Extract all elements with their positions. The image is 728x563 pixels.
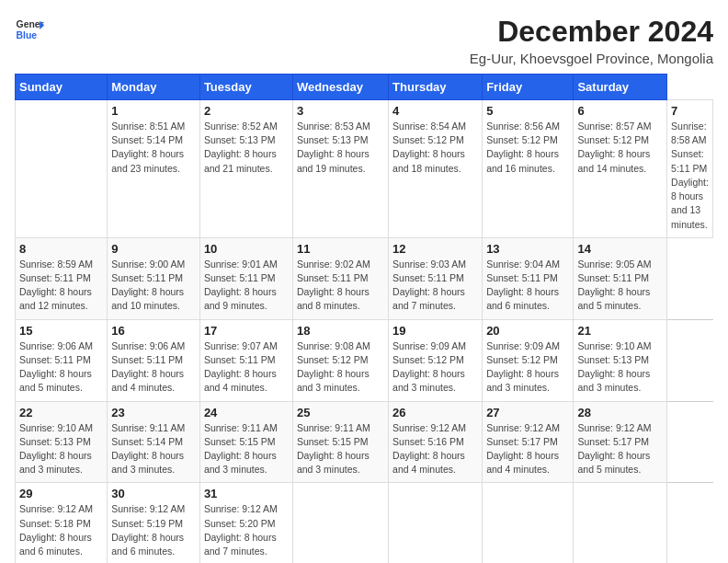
calendar-cell: 10Sunrise: 9:01 AMSunset: 5:11 PMDayligh… (199, 237, 292, 319)
day-number: 9 (111, 242, 196, 256)
day-number: 20 (486, 324, 569, 338)
calendar-cell: 4Sunrise: 8:54 AMSunset: 5:12 PMDaylight… (389, 100, 483, 238)
calendar-cell: 25Sunrise: 9:11 AMSunset: 5:15 PMDayligh… (292, 401, 388, 483)
subtitle: Eg-Uur, Khoevsgoel Province, Mongolia (470, 51, 713, 66)
day-info: Sunrise: 8:52 AMSunset: 5:13 PMDaylight:… (204, 120, 289, 176)
calendar-cell: 20Sunrise: 9:09 AMSunset: 5:12 PMDayligh… (483, 319, 574, 401)
day-info: Sunrise: 9:07 AMSunset: 5:11 PMDaylight:… (204, 339, 289, 396)
day-number: 5 (486, 104, 569, 118)
day-info: Sunrise: 9:04 AMSunset: 5:11 PMDaylight:… (486, 258, 569, 314)
calendar-week-row: 29Sunrise: 9:12 AMSunset: 5:18 PMDayligh… (16, 483, 713, 563)
calendar-week-row: 1Sunrise: 8:51 AMSunset: 5:14 PMDaylight… (16, 100, 713, 238)
day-info: Sunrise: 9:12 AMSunset: 5:17 PMDaylight:… (577, 421, 663, 477)
calendar-cell: 6Sunrise: 8:57 AMSunset: 5:12 PMDaylight… (574, 100, 667, 238)
calendar-cell: 11Sunrise: 9:02 AMSunset: 5:11 PMDayligh… (292, 237, 388, 319)
calendar-cell: 16Sunrise: 9:06 AMSunset: 5:11 PMDayligh… (108, 319, 200, 401)
calendar-cell: 12Sunrise: 9:03 AMSunset: 5:11 PMDayligh… (389, 237, 483, 319)
day-info: Sunrise: 9:11 AMSunset: 5:14 PMDaylight:… (111, 421, 196, 477)
day-number: 18 (297, 324, 384, 338)
calendar-cell: 19Sunrise: 9:09 AMSunset: 5:12 PMDayligh… (389, 319, 483, 401)
day-info: Sunrise: 9:09 AMSunset: 5:12 PMDaylight:… (486, 339, 569, 396)
calendar-cell: 24Sunrise: 9:11 AMSunset: 5:15 PMDayligh… (199, 401, 292, 483)
day-info: Sunrise: 8:58 AMSunset: 5:11 PMDaylight:… (671, 120, 709, 232)
day-info: Sunrise: 9:08 AMSunset: 5:12 PMDaylight:… (297, 339, 384, 396)
day-info: Sunrise: 9:12 AMSunset: 5:18 PMDaylight:… (19, 502, 103, 558)
day-number: 11 (297, 242, 384, 256)
day-number: 10 (204, 242, 289, 256)
header-monday: Monday (108, 75, 200, 100)
calendar-cell: 7Sunrise: 8:58 AMSunset: 5:11 PMDaylight… (667, 100, 713, 238)
day-info: Sunrise: 9:06 AMSunset: 5:11 PMDaylight:… (19, 339, 103, 396)
header: General Blue December 2024 Eg-Uur, Khoev… (15, 15, 713, 66)
day-info: Sunrise: 9:10 AMSunset: 5:13 PMDaylight:… (19, 421, 103, 477)
title-area: December 2024 Eg-Uur, Khoevsgoel Provinc… (470, 15, 713, 66)
day-number: 6 (577, 104, 663, 118)
day-number: 23 (111, 406, 196, 419)
day-number: 19 (392, 324, 478, 338)
calendar-cell: 23Sunrise: 9:11 AMSunset: 5:14 PMDayligh… (108, 401, 200, 483)
day-number: 2 (204, 104, 289, 118)
calendar-cell: 18Sunrise: 9:08 AMSunset: 5:12 PMDayligh… (292, 319, 388, 401)
calendar-cell: 28Sunrise: 9:12 AMSunset: 5:17 PMDayligh… (574, 401, 667, 483)
day-info: Sunrise: 9:06 AMSunset: 5:11 PMDaylight:… (111, 339, 196, 396)
calendar-cell (574, 483, 667, 563)
logo: General Blue (15, 15, 44, 44)
calendar-cell: 1Sunrise: 8:51 AMSunset: 5:14 PMDaylight… (108, 100, 200, 238)
calendar-cell: 14Sunrise: 9:05 AMSunset: 5:11 PMDayligh… (574, 237, 667, 319)
day-info: Sunrise: 9:01 AMSunset: 5:11 PMDaylight:… (204, 258, 289, 314)
header-sunday: Sunday (16, 75, 108, 100)
day-info: Sunrise: 9:05 AMSunset: 5:11 PMDaylight:… (577, 258, 663, 314)
svg-text:Blue: Blue (17, 30, 38, 40)
day-number: 25 (297, 406, 384, 419)
day-number: 24 (204, 406, 289, 419)
day-info: Sunrise: 9:12 AMSunset: 5:20 PMDaylight:… (204, 502, 289, 558)
day-info: Sunrise: 8:53 AMSunset: 5:13 PMDaylight:… (297, 120, 384, 176)
calendar-cell: 31Sunrise: 9:12 AMSunset: 5:20 PMDayligh… (199, 483, 292, 563)
calendar-cell: 21Sunrise: 9:10 AMSunset: 5:13 PMDayligh… (574, 319, 667, 401)
day-info: Sunrise: 9:12 AMSunset: 5:16 PMDaylight:… (392, 421, 478, 477)
day-number: 13 (486, 242, 569, 256)
day-number: 12 (392, 242, 478, 256)
day-info: Sunrise: 9:12 AMSunset: 5:19 PMDaylight:… (111, 502, 196, 558)
day-number: 31 (204, 487, 289, 500)
calendar-cell: 8Sunrise: 8:59 AMSunset: 5:11 PMDaylight… (16, 237, 108, 319)
day-info: Sunrise: 9:03 AMSunset: 5:11 PMDaylight:… (392, 258, 478, 314)
day-number: 8 (19, 242, 103, 256)
day-number: 1 (111, 104, 196, 118)
day-number: 29 (19, 487, 103, 500)
header-thursday: Thursday (389, 75, 483, 100)
calendar-cell: 9Sunrise: 9:00 AMSunset: 5:11 PMDaylight… (108, 237, 200, 319)
header-tuesday: Tuesday (199, 75, 292, 100)
calendar-cell: 29Sunrise: 9:12 AMSunset: 5:18 PMDayligh… (16, 483, 108, 563)
day-info: Sunrise: 9:02 AMSunset: 5:11 PMDaylight:… (297, 258, 384, 314)
calendar-cell: 5Sunrise: 8:56 AMSunset: 5:12 PMDaylight… (483, 100, 574, 238)
calendar-cell: 30Sunrise: 9:12 AMSunset: 5:19 PMDayligh… (108, 483, 200, 563)
calendar-cell: 3Sunrise: 8:53 AMSunset: 5:13 PMDaylight… (292, 100, 388, 238)
calendar-cell: 27Sunrise: 9:12 AMSunset: 5:17 PMDayligh… (483, 401, 574, 483)
day-info: Sunrise: 9:11 AMSunset: 5:15 PMDaylight:… (297, 421, 384, 477)
day-info: Sunrise: 8:54 AMSunset: 5:12 PMDaylight:… (392, 120, 478, 176)
day-number: 16 (111, 324, 196, 338)
day-number: 17 (204, 324, 289, 338)
calendar-header-row: SundayMondayTuesdayWednesdayThursdayFrid… (16, 75, 713, 100)
day-info: Sunrise: 8:57 AMSunset: 5:12 PMDaylight:… (577, 120, 663, 176)
calendar-cell (16, 100, 108, 238)
header-wednesday: Wednesday (292, 75, 388, 100)
day-info: Sunrise: 8:51 AMSunset: 5:14 PMDaylight:… (111, 120, 196, 176)
day-info: Sunrise: 8:59 AMSunset: 5:11 PMDaylight:… (19, 258, 103, 314)
day-number: 22 (19, 406, 103, 419)
day-info: Sunrise: 9:00 AMSunset: 5:11 PMDaylight:… (111, 258, 196, 314)
day-number: 7 (671, 104, 709, 118)
day-number: 14 (577, 242, 663, 256)
calendar-cell: 15Sunrise: 9:06 AMSunset: 5:11 PMDayligh… (16, 319, 108, 401)
day-number: 4 (392, 104, 478, 118)
calendar-cell: 26Sunrise: 9:12 AMSunset: 5:16 PMDayligh… (389, 401, 483, 483)
day-info: Sunrise: 9:12 AMSunset: 5:17 PMDaylight:… (486, 421, 569, 477)
day-info: Sunrise: 9:10 AMSunset: 5:13 PMDaylight:… (577, 339, 663, 396)
day-info: Sunrise: 9:09 AMSunset: 5:12 PMDaylight:… (392, 339, 478, 396)
day-info: Sunrise: 9:11 AMSunset: 5:15 PMDaylight:… (204, 421, 289, 477)
header-friday: Friday (483, 75, 574, 100)
day-number: 15 (19, 324, 103, 338)
main-title: December 2024 (470, 15, 713, 49)
calendar-cell (292, 483, 388, 563)
